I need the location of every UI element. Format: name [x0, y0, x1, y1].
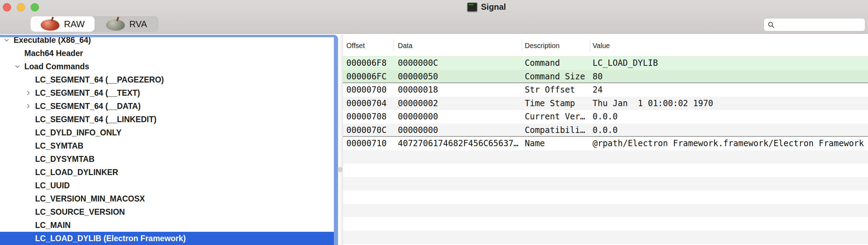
sidebar-item-lc-main[interactable]: LC_MAIN: [0, 219, 334, 232]
column-header-data[interactable]: Data: [398, 35, 412, 56]
cell-offset: 00000710: [346, 137, 387, 150]
cell-description: Command: [525, 56, 560, 70]
window-titlebar: Signal RAW RVA: [0, 0, 868, 34]
cell-offset: 00000704: [346, 97, 387, 110]
column-divider[interactable]: [522, 40, 522, 52]
chevron-right-icon[interactable]: [24, 89, 32, 97]
chevron-down-icon[interactable]: [3, 36, 10, 44]
empty-table-row: [343, 231, 868, 244]
sidebar-item-lc-uuid[interactable]: LC_UUID: [0, 179, 334, 192]
sidebar-item-lc-load-dylib-electron-framework[interactable]: LC_LOAD_DYLIB (Electron Framework): [0, 232, 334, 245]
minimize-button[interactable]: [17, 3, 25, 11]
sidebar-item-label: LC_SYMTAB: [35, 141, 83, 151]
sidebar-item-lc-version-min-macosx[interactable]: LC_VERSION_MIN_MACOSX: [0, 192, 334, 205]
cell-description: Name: [525, 137, 545, 150]
sidebar-item-lc-symtab[interactable]: LC_SYMTAB: [0, 139, 334, 152]
cell-value: 0.0.0: [593, 110, 618, 124]
search-input[interactable]: [778, 21, 861, 29]
cell-offset: 0000070C: [346, 124, 387, 137]
gray-apple-icon: [106, 17, 125, 31]
segment-rva-label: RVA: [129, 19, 147, 30]
cell-data: 00000000: [398, 110, 438, 124]
sidebar-item-label: LC_SEGMENT_64 (__PAGEZERO): [35, 75, 164, 85]
cell-offset: 00000708: [346, 110, 387, 124]
column-header-value[interactable]: Value: [593, 35, 610, 56]
chevron-down-icon[interactable]: [14, 63, 21, 70]
cell-value: @rpath/Electron Framework.framework/Elec…: [593, 137, 864, 150]
sidebar-item-label: LC_SOURCE_VERSION: [35, 207, 125, 217]
cell-description: Current Ver…: [525, 110, 585, 124]
cell-data: 00000002: [398, 97, 438, 110]
segment-raw[interactable]: RAW: [31, 16, 95, 32]
table-row-00000708[interactable]: 0000070800000000Current Ver…0.0.0: [343, 110, 868, 124]
sidebar-item-lc-segment-64-text[interactable]: LC_SEGMENT_64 (__TEXT): [0, 86, 334, 100]
zoom-button[interactable]: [31, 3, 39, 11]
sidebar-item-lc-load-dylinker[interactable]: LC_LOAD_DYLINKER: [0, 166, 334, 179]
pane-splitter[interactable]: [338, 35, 343, 245]
cell-description: Time Stamp: [525, 97, 575, 110]
cell-data: 00000050: [398, 70, 438, 84]
search-field[interactable]: [764, 18, 865, 31]
sidebar-item-lc-dysymtab[interactable]: LC_DYSYMTAB: [0, 152, 334, 166]
cell-offset: 000006F8: [346, 56, 387, 70]
sidebar-item-label: LC_LOAD_DYLIB (Electron Framework): [35, 234, 186, 243]
table-row-000006FC[interactable]: 000006FC00000050Command Size80: [343, 70, 868, 84]
sidebar-item-label: LC_LOAD_DYLINKER: [35, 168, 118, 177]
empty-table-row: [343, 190, 868, 204]
cell-data: 00000018: [398, 83, 438, 97]
table-row-00000710[interactable]: 000007104072706174682F456C65637…Name@rpa…: [343, 137, 868, 150]
table-row-000006F8[interactable]: 000006F80000000CCommandLC_LOAD_DYLIB: [343, 56, 868, 70]
cell-offset: 000006FC: [346, 70, 387, 84]
cell-description: Command Size: [525, 70, 585, 84]
sidebar-item-lc-source-version[interactable]: LC_SOURCE_VERSION: [0, 205, 334, 219]
chevron-right-icon[interactable]: [24, 102, 32, 110]
sidebar-item-lc-segment-64-linkedit[interactable]: LC_SEGMENT_64 (__LINKEDIT): [0, 113, 334, 126]
sidebar-item-label: LC_SEGMENT_64 (__DATA): [35, 102, 140, 111]
app-document-icon: [467, 2, 477, 12]
close-button[interactable]: [3, 3, 11, 11]
empty-table-row: [343, 217, 868, 231]
sidebar-item-executable-x86-64[interactable]: Executable (X86_64): [0, 35, 334, 47]
segment-raw-label: RAW: [64, 19, 85, 30]
scrollbar-thumb[interactable]: [338, 167, 343, 172]
column-divider[interactable]: [590, 40, 590, 52]
sidebar-item-label: Executable (X86_64): [14, 35, 91, 45]
cell-value: 0.0.0: [593, 124, 618, 137]
search-icon: [767, 21, 775, 29]
sidebar-item-lc-segment-64-pagezero[interactable]: LC_SEGMENT_64 (__PAGEZERO): [0, 73, 334, 86]
sidebar-item-lc-dyld-info-only[interactable]: LC_DYLD_INFO_ONLY: [0, 126, 334, 139]
sidebar-item-label: LC_SEGMENT_64 (__TEXT): [35, 88, 140, 98]
loadcmd-tree: Executable (X86_64)Mach64 HeaderLoad Com…: [0, 35, 334, 245]
sidebar-item-label: LC_MAIN: [35, 221, 71, 230]
sidebar-item-label: Load Commands: [24, 62, 89, 71]
table-row-0000070C[interactable]: 0000070C00000000Compatibili…0.0.0: [343, 124, 868, 137]
cell-data: 0000000C: [398, 56, 438, 70]
sidebar-item-label: LC_DYSYMTAB: [35, 155, 95, 164]
column-header-offset[interactable]: Offset: [346, 35, 365, 56]
empty-table-row: [343, 150, 868, 164]
column-divider[interactable]: [393, 40, 394, 52]
window-title-group: Signal: [467, 2, 506, 12]
cell-value: 80: [593, 70, 603, 84]
cell-value: LC_LOAD_DYLIB: [593, 56, 658, 70]
fields-table-pane: Offset Data Description Value 000006F800…: [343, 35, 868, 245]
window-title: Signal: [481, 2, 506, 12]
sidebar-item-label: LC_DYLD_INFO_ONLY: [35, 128, 121, 137]
raw-rva-segmented-control: RAW RVA: [31, 16, 158, 32]
cell-data: 4072706174682F456C65637…: [398, 137, 519, 150]
empty-table-row: [343, 164, 868, 177]
cell-data: 00000000: [398, 124, 438, 137]
sidebar-item-mach64-header[interactable]: Mach64 Header: [0, 47, 334, 60]
column-header-description[interactable]: Description: [525, 35, 560, 56]
empty-table-row: [343, 177, 868, 191]
table-body: 000006F80000000CCommandLC_LOAD_DYLIB0000…: [343, 56, 868, 245]
sidebar-item-label: LC_VERSION_MIN_MACOSX: [35, 194, 145, 204]
empty-table-row: [343, 204, 868, 218]
cell-offset: 00000700: [346, 83, 387, 97]
table-row-00000704[interactable]: 0000070400000002Time StampThu Jan 1 01:0…: [343, 97, 868, 110]
sidebar-item-load-commands[interactable]: Load Commands: [0, 60, 334, 73]
sidebar-item-lc-segment-64-data[interactable]: LC_SEGMENT_64 (__DATA): [0, 100, 334, 113]
table-row-00000700[interactable]: 0000070000000018Str Offset24: [343, 83, 868, 97]
segment-rva[interactable]: RVA: [95, 16, 159, 32]
red-apple-icon: [40, 17, 60, 31]
